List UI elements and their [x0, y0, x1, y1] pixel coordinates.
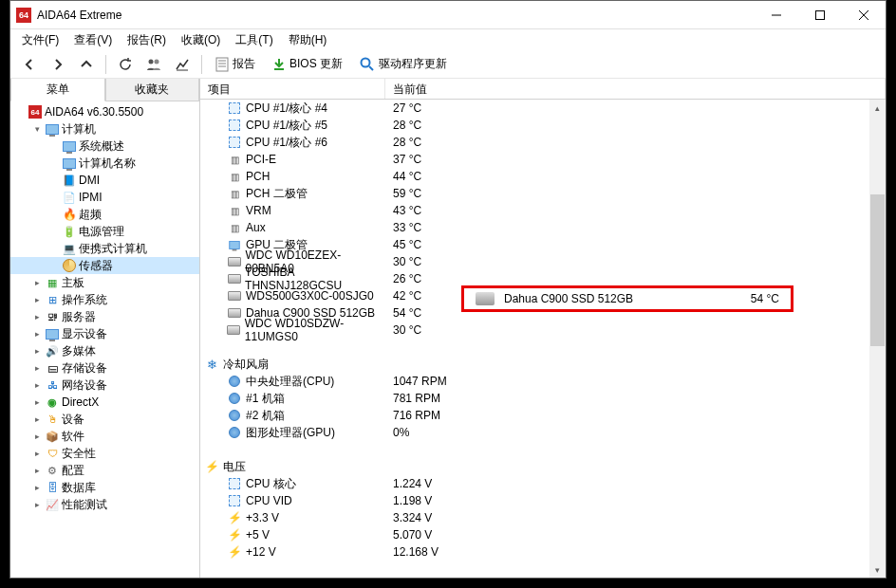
- menu-item[interactable]: 收藏(O): [174, 30, 228, 50]
- tree-item[interactable]: ▸🖴存储设备: [10, 359, 199, 377]
- tree-item[interactable]: ▸📈性能测试: [10, 496, 199, 513]
- forward-button[interactable]: [45, 52, 71, 77]
- tree-item[interactable]: 64AIDA64 v6.30.5500: [10, 103, 199, 120]
- sensor-row[interactable]: 中央处理器(CPU)1047 RPM: [200, 373, 886, 390]
- tree-item[interactable]: ▸🔊多媒体: [10, 342, 199, 359]
- sensor-row[interactable]: CPU #1/核心 #628 °C: [200, 134, 886, 151]
- back-button[interactable]: [16, 52, 43, 77]
- tree-caret-icon: ▸: [31, 397, 43, 407]
- navigation-tree[interactable]: 64AIDA64 v6.30.5500▾计算机系统概述计算机名称📘DMI📄IPM…: [10, 101, 199, 578]
- tree-item-icon: 📘: [62, 173, 77, 188]
- section-header[interactable]: ❄冷却风扇: [200, 356, 886, 373]
- scroll-up-arrow[interactable]: ▴: [869, 100, 886, 116]
- sensor-row[interactable]: CPU VID1.198 V: [200, 492, 886, 509]
- tree-item-label: 数据库: [62, 480, 96, 496]
- menu-item[interactable]: 文件(F): [14, 30, 66, 50]
- menu-item[interactable]: 工具(T): [228, 30, 280, 50]
- tree-item[interactable]: ▸⊞操作系统: [10, 291, 199, 308]
- sensor-row[interactable]: CPU #1/核心 #427 °C: [200, 100, 886, 117]
- tree-item[interactable]: ▸🗄数据库: [10, 479, 199, 496]
- column-value[interactable]: 当前值: [385, 79, 886, 99]
- tree-item[interactable]: ▸🖧网络设备: [10, 377, 199, 394]
- close-icon: [859, 10, 868, 20]
- close-button[interactable]: [842, 1, 886, 29]
- tree-item-label: 网络设备: [62, 377, 107, 394]
- tree-item-icon: 🖳: [45, 309, 60, 324]
- tab-favorites[interactable]: 收藏夹: [105, 79, 200, 101]
- row-value: 716 RPM: [385, 409, 440, 422]
- download-arrow-icon: [272, 57, 286, 72]
- row-label: CPU 核心: [246, 476, 296, 492]
- menu-item[interactable]: 帮助(H): [281, 30, 335, 50]
- chart-icon: [176, 58, 189, 71]
- tree-item[interactable]: 💻便携式计算机: [10, 240, 199, 257]
- tree-item[interactable]: ▸📦软件: [10, 428, 199, 445]
- tree-item[interactable]: ▸⚙配置: [10, 462, 199, 479]
- row-value: 28 °C: [385, 119, 421, 132]
- tree-item[interactable]: 计算机名称: [10, 155, 199, 172]
- refresh-button[interactable]: [112, 52, 139, 77]
- menu-item[interactable]: 查看(V): [66, 30, 120, 50]
- users-button[interactable]: [140, 52, 167, 77]
- bios-update-button[interactable]: BIOS 更新: [265, 52, 350, 77]
- tree-item[interactable]: ▸🖱设备: [10, 411, 199, 428]
- sensor-row[interactable]: ⚡+12 V12.168 V: [200, 543, 886, 560]
- chart-button[interactable]: [169, 52, 196, 77]
- sensor-row[interactable]: WDC WD10SDZW-11UMGS030 °C: [200, 322, 886, 339]
- sensor-row[interactable]: ⚡+3.3 V3.324 V: [200, 509, 886, 526]
- tree-item[interactable]: ▾计算机: [10, 120, 199, 138]
- tree-item-label: 便携式计算机: [79, 241, 147, 257]
- tree-item[interactable]: ▸🛡安全性: [10, 445, 199, 462]
- tree-item[interactable]: ▸显示设备: [10, 325, 199, 342]
- tree-item-label: 计算机: [62, 121, 96, 138]
- menu-item[interactable]: 报告(R): [120, 30, 174, 50]
- tree-item[interactable]: 📄IPMI: [10, 189, 199, 206]
- row-label: CPU #1/核心 #4: [246, 101, 327, 117]
- vertical-scrollbar[interactable]: ▴ ▾: [869, 100, 886, 578]
- tree-caret-icon: ▸: [31, 380, 43, 390]
- up-button[interactable]: [73, 52, 100, 77]
- row-value: 44 °C: [385, 170, 421, 183]
- tab-menu[interactable]: 菜单: [10, 79, 105, 101]
- driver-update-button[interactable]: 驱动程序更新: [352, 52, 455, 77]
- tree-item[interactable]: 🔥超频: [10, 206, 199, 223]
- sensor-row[interactable]: 图形处理器(GPU)0%: [200, 424, 886, 441]
- row-label: WDS500G3X0C-00SJG0: [246, 289, 374, 303]
- sensor-row[interactable]: ▥VRM43 °C: [200, 202, 886, 219]
- tree-item-icon: 🗄: [45, 480, 60, 495]
- tree-item-icon: 🖴: [45, 360, 60, 376]
- tree-item[interactable]: ▸▦主板: [10, 274, 199, 291]
- sensor-row[interactable]: ▥PCH44 °C: [200, 168, 886, 185]
- tree-caret-icon: ▸: [31, 414, 43, 424]
- row-icon: [227, 288, 242, 303]
- section-header[interactable]: ⚡电压: [200, 458, 886, 475]
- column-item[interactable]: 项目: [200, 79, 385, 99]
- row-value: 1.198 V: [385, 494, 432, 507]
- row-value: 28 °C: [385, 136, 421, 149]
- chevron-left-icon: [23, 58, 36, 71]
- scroll-thumb[interactable]: [870, 194, 885, 346]
- minimize-button[interactable]: [755, 1, 798, 29]
- tree-item[interactable]: ▸◉DirectX: [10, 394, 199, 411]
- sensor-row[interactable]: CPU #1/核心 #528 °C: [200, 117, 886, 134]
- tree-caret-icon: ▸: [31, 466, 43, 475]
- tree-item-label: 安全性: [62, 446, 96, 462]
- report-button[interactable]: 报告: [208, 52, 263, 77]
- sensor-row[interactable]: ▥PCI-E37 °C: [200, 151, 886, 168]
- tree-item[interactable]: 🔋电源管理: [10, 223, 199, 240]
- tree-item[interactable]: ▸🖳服务器: [10, 308, 199, 325]
- sensor-row[interactable]: #2 机箱716 RPM: [200, 407, 886, 424]
- sensor-list[interactable]: CPU #1/核心 #427 °CCPU #1/核心 #528 °CCPU #1…: [200, 100, 886, 578]
- maximize-button[interactable]: [798, 1, 842, 29]
- scroll-down-arrow[interactable]: ▾: [869, 561, 886, 578]
- tree-item[interactable]: 系统概述: [10, 138, 199, 155]
- sensor-row[interactable]: ▥PCH 二极管59 °C: [200, 185, 886, 202]
- sensor-row[interactable]: CPU 核心1.224 V: [200, 475, 886, 492]
- tree-item[interactable]: 传感器: [10, 257, 199, 274]
- toolbar-separator: [105, 55, 106, 74]
- tree-item[interactable]: 📘DMI: [10, 172, 199, 189]
- sensor-row[interactable]: ⚡+5 V5.070 V: [200, 526, 886, 543]
- row-icon: ⚡: [227, 527, 242, 542]
- sensor-row[interactable]: ▥Aux33 °C: [200, 219, 886, 236]
- sensor-row[interactable]: #1 机箱781 RPM: [200, 390, 886, 407]
